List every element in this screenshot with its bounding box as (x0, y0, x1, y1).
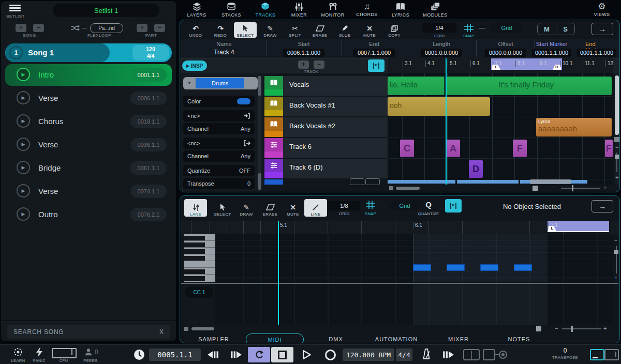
remove-track-button[interactable]: − (314, 60, 324, 69)
tab-mixer-bottom[interactable]: MIXER (448, 333, 469, 343)
back-vocals-2-clip[interactable]: Lyrics aaaaaaaah (536, 118, 612, 136)
partial-track-solo-button[interactable] (365, 178, 380, 185)
zoom-out-button[interactable]: − (553, 185, 556, 191)
vzoom-in-button[interactable]: + (615, 174, 618, 180)
track-row-back-vocals-1[interactable]: Back Vocals #1 (264, 97, 388, 116)
record-button[interactable] (325, 350, 336, 360)
grid-value-box[interactable]: 1/4 (422, 23, 456, 33)
chord-block[interactable]: A (446, 140, 460, 157)
end-value[interactable]: 0007.1.1.000 (353, 49, 395, 57)
search-song-input[interactable]: SEARCH SONG X (7, 325, 170, 339)
vscroll-thumb[interactable] (615, 75, 619, 135)
glue-tool-button[interactable]: GLUE (333, 22, 356, 38)
remove-part-button[interactable]: − (154, 24, 165, 32)
midi-select-tool[interactable]: SELECT (211, 199, 234, 217)
position-display[interactable]: 0005.1.1 (149, 348, 201, 361)
track-row-track6-d[interactable]: Track 6 (D) (264, 159, 388, 178)
select-tool-button[interactable]: SELECT (234, 22, 257, 38)
midi-marker-mode-button[interactable] (445, 199, 462, 213)
zoom-slider-track[interactable] (561, 188, 600, 189)
end-marker-value[interactable]: 0001.1.1.000 (577, 49, 616, 57)
setlist-menu-icon[interactable] (9, 5, 21, 12)
midi-draw-tool[interactable]: ✎DRAW (235, 199, 258, 217)
undo-button[interactable]: ↶UNDO (184, 22, 207, 38)
peers-icon[interactable] (84, 347, 93, 357)
sync-link-controls[interactable] (463, 348, 514, 361)
tap-tempo-button[interactable] (442, 350, 454, 359)
midi-grid-mode-button[interactable]: Grid (389, 201, 420, 210)
search-clear-button[interactable]: X (159, 328, 164, 336)
setlist-title[interactable]: Setlist 1 (53, 4, 159, 17)
track-row-back-vocals-2[interactable]: Back Vocals #2 (264, 117, 388, 137)
start-value[interactable]: 0006.1.1.000 (283, 49, 324, 57)
tab-automation[interactable]: AUTOMATION (375, 333, 418, 343)
vocals-clip-1[interactable]: llo, Hello (388, 77, 445, 95)
split-tool-button[interactable]: ✂SPLIT (284, 22, 306, 38)
section-play-button[interactable]: ▶ (17, 91, 30, 104)
zoom-in-button[interactable]: + (603, 185, 607, 191)
partial-clip[interactable] (457, 180, 519, 184)
lane-divider[interactable] (181, 283, 618, 284)
section-play-button[interactable]: ▶ (17, 138, 30, 151)
mute-tool-button[interactable]: ✕MUTE (358, 22, 381, 38)
bpm-display[interactable]: 120.000 BPM (343, 348, 394, 361)
color-swatch[interactable] (237, 98, 250, 104)
midi-hscroll-handle[interactable] (184, 327, 188, 331)
track-row-vocals[interactable]: Vocals (264, 76, 388, 96)
start-marker-value[interactable]: 0001.1.1.000 (532, 49, 571, 57)
mute-m-button[interactable]: M (538, 23, 556, 35)
partial-clip-selection[interactable] (530, 179, 571, 184)
tab-chords[interactable]: ♫ CHORDS (356, 2, 377, 17)
midi-zoom-in[interactable]: + (603, 325, 607, 331)
midi-note[interactable] (514, 264, 532, 271)
midi-note[interactable] (413, 264, 431, 271)
section-row[interactable]: ▶ Outro 0076.2.1 (5, 204, 172, 225)
snap-grid-icon[interactable] (464, 23, 474, 33)
section-row[interactable]: ▶ Verse 0006.1.1 (5, 87, 172, 109)
marker-mode-button[interactable] (368, 59, 385, 72)
section-play-button[interactable]: ▶ (17, 114, 30, 128)
channel-in-setting[interactable]: ChannelAny (183, 123, 255, 134)
chord-block[interactable]: F (513, 140, 527, 157)
midi-zoom-out[interactable]: − (555, 325, 558, 331)
draw-tool-button[interactable]: ✎DRAW (259, 22, 282, 38)
partial-track-mute-button[interactable] (350, 178, 364, 185)
tab-mixer[interactable]: MIXER (291, 2, 307, 18)
section-play-button[interactable]: ▶ (17, 207, 30, 221)
layout-view-button-2[interactable] (604, 349, 619, 360)
midi-zoom-thumb[interactable] (571, 326, 573, 332)
piano-keys[interactable] (184, 234, 215, 282)
tab-monitor[interactable]: MONITOR (321, 2, 344, 18)
zoom-handle[interactable] (533, 186, 538, 191)
time-sig-display[interactable]: 4/4 (396, 348, 412, 361)
skip-back-button[interactable] (207, 350, 219, 359)
midi-note[interactable] (480, 264, 498, 271)
chord-block[interactable]: F (605, 140, 613, 157)
midi-note[interactable] (447, 264, 465, 271)
section-play-button[interactable]: ▶ (17, 68, 30, 81)
layout-view-button-1[interactable] (590, 349, 604, 360)
midi-output-setting[interactable]: <nc> (183, 138, 255, 149)
midi-zoom-track[interactable] (562, 328, 601, 329)
loop-toggle-button[interactable] (248, 347, 270, 362)
tempo-clock-icon[interactable] (134, 349, 145, 360)
vzoom-handle[interactable] (614, 137, 619, 142)
midi-vzoom-in[interactable]: + (614, 275, 617, 281)
lane-tool-button[interactable]: LANE (184, 199, 207, 217)
cc-lane-selector[interactable]: CC 1 (185, 286, 213, 298)
tab-sampler[interactable]: SAMPLER (198, 333, 229, 343)
offset-value[interactable]: 0000.0.0.000 (485, 49, 526, 57)
tab-modules[interactable]: MODULES (423, 2, 447, 18)
section-row-intro[interactable]: ▶ Intro 0001.1.1 (5, 64, 172, 86)
skip-forward-button[interactable] (230, 350, 242, 359)
grid-mode-button[interactable]: Grid (491, 23, 523, 33)
midi-input-setting[interactable]: <nc> (183, 110, 255, 122)
section-row[interactable]: ▶ Bridge 0061.1.1 (5, 157, 172, 179)
stop-button[interactable] (271, 347, 293, 362)
back-vocals-1-clip[interactable]: ooh (388, 97, 490, 116)
quantize-setting[interactable]: QuantizeOFF (183, 165, 255, 176)
add-song-button[interactable]: + (16, 24, 26, 32)
track-row-track6[interactable]: Track 6 (264, 138, 388, 158)
flexloop-value[interactable]: Pa...nd (90, 23, 123, 33)
section-play-button[interactable]: ▶ (17, 161, 30, 174)
